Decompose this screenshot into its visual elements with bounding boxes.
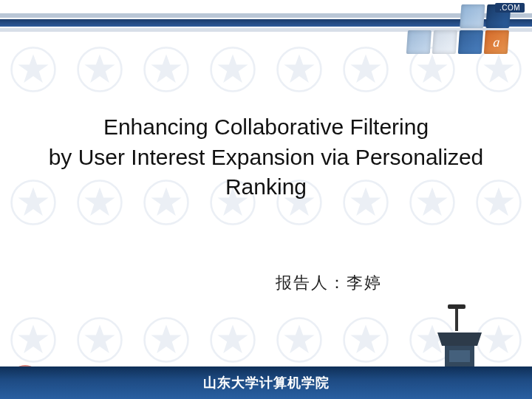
svg-rect-48 bbox=[455, 306, 458, 331]
svg-rect-49 bbox=[448, 304, 466, 309]
seal-watermark-icon bbox=[143, 316, 190, 364]
svg-marker-39 bbox=[218, 325, 248, 353]
seal-watermark-icon bbox=[209, 316, 256, 364]
svg-marker-41 bbox=[284, 325, 315, 353]
seal-watermark-icon bbox=[76, 316, 123, 364]
presenter-line: 报告人：李婷 bbox=[0, 272, 532, 294]
slide-title: Enhancing Collaborative Filtering by Use… bbox=[0, 112, 532, 202]
seal-watermark-icon bbox=[276, 316, 323, 364]
svg-marker-35 bbox=[85, 325, 115, 353]
seal-watermark-icon bbox=[10, 316, 57, 364]
svg-rect-53 bbox=[449, 350, 470, 362]
svg-marker-33 bbox=[18, 325, 49, 353]
svg-point-34 bbox=[78, 318, 122, 362]
seal-watermark-icon bbox=[342, 316, 389, 364]
svg-point-42 bbox=[344, 318, 388, 362]
svg-marker-37 bbox=[151, 325, 182, 353]
corner-label: .COM bbox=[495, 3, 525, 13]
footer-institution: 山东大学计算机学院 bbox=[203, 374, 330, 392]
svg-point-38 bbox=[211, 318, 255, 362]
svg-point-40 bbox=[278, 318, 321, 362]
svg-point-32 bbox=[12, 318, 55, 362]
svg-marker-50 bbox=[437, 332, 482, 346]
svg-marker-43 bbox=[351, 325, 381, 353]
footer-bar: 山东大学计算机学院 bbox=[0, 366, 532, 399]
header-banner: .COM bbox=[0, 0, 532, 59]
svg-point-36 bbox=[145, 318, 188, 362]
slide: .COM Enhancing Collaborative Filtering b… bbox=[0, 0, 532, 399]
